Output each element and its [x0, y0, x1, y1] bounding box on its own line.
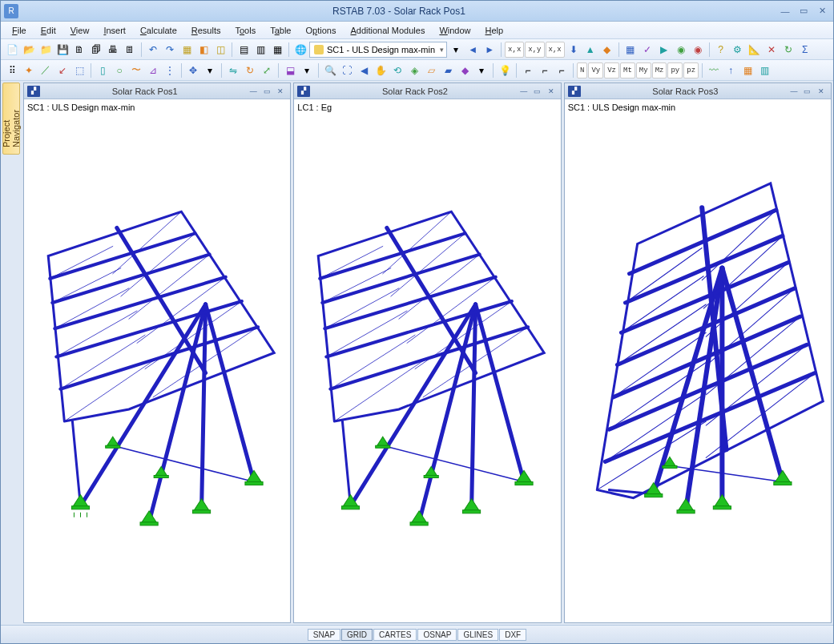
angle3-icon[interactable]: ⌐ [554, 62, 570, 78]
view-maximize-button[interactable]: ▭ [260, 86, 273, 97]
filter-xx-icon[interactable]: x,x [505, 42, 524, 58]
new-file-icon[interactable]: 📄 [4, 42, 20, 58]
material-icon[interactable]: ◆ [599, 42, 615, 58]
force-py-icon[interactable]: py [667, 62, 683, 78]
rotate3d-icon[interactable]: ⟲ [389, 62, 405, 78]
menu-options[interactable]: Options [299, 24, 342, 37]
project-navigator-tab[interactable]: Project Navigator [2, 83, 20, 155]
status-dxf[interactable]: DXF [499, 629, 526, 641]
force-pz-icon[interactable]: pz [683, 62, 699, 78]
set-icon[interactable]: ⬚ [71, 62, 87, 78]
filter-xy-icon[interactable]: x,y [525, 42, 544, 58]
tree-icon[interactable]: ▥ [252, 42, 268, 58]
help-icon[interactable]: ? [713, 42, 729, 58]
run-icon[interactable]: ▶ [656, 42, 672, 58]
wireframe-icon[interactable]: ▱ [423, 62, 439, 78]
force-vy-icon[interactable]: Vy [588, 62, 603, 78]
menu-edit[interactable]: Edit [34, 24, 62, 37]
copy-icon[interactable]: 🗐 [88, 42, 104, 58]
force-n-icon[interactable]: N [577, 62, 587, 78]
menu-tools[interactable]: Tools [228, 24, 262, 37]
div-icon[interactable]: ⋮ [162, 62, 178, 78]
dropdown4-icon[interactable]: ▾ [473, 62, 490, 78]
menu-insert[interactable]: Insert [97, 24, 132, 37]
member-icon[interactable]: ／ [38, 62, 54, 78]
list-icon[interactable]: ▤ [236, 42, 252, 58]
load-icon[interactable]: ⬇ [566, 42, 582, 58]
grid-icon[interactable]: ▦ [622, 42, 639, 58]
view-maximize-button[interactable]: ▭ [801, 86, 814, 97]
spring-icon[interactable]: 〜 [128, 62, 144, 78]
workplane-icon[interactable]: ◧ [195, 42, 212, 58]
angle2-icon[interactable]: ⌐ [537, 62, 553, 78]
result-icon[interactable]: ◉ [673, 42, 689, 58]
stop-icon[interactable]: ◉ [690, 42, 706, 58]
palette-icon[interactable]: ▥ [756, 62, 772, 78]
status-grid[interactable]: GRID [341, 629, 373, 641]
angle1-icon[interactable]: ⌐ [520, 62, 536, 78]
calc-all-icon[interactable]: Σ [797, 42, 813, 58]
view-canvas[interactable]: SC1 : ULS Design max-min [24, 99, 290, 622]
undo-icon[interactable]: ↶ [145, 42, 161, 58]
dropdown-icon[interactable]: ▾ [448, 42, 464, 58]
print-preview-icon[interactable]: 🗏 [122, 42, 138, 58]
open-recent-icon[interactable]: 📁 [38, 42, 54, 58]
view-canvas[interactable]: LC1 : Eg [294, 99, 560, 622]
table-icon[interactable]: ▦ [739, 62, 755, 78]
status-snap[interactable]: SNAP [308, 629, 340, 641]
view-close-button[interactable]: ✕ [274, 86, 287, 97]
pan-icon[interactable]: ✋ [373, 62, 389, 78]
cs-icon[interactable]: ▯ [95, 62, 111, 78]
view-minimize-button[interactable]: — [518, 86, 530, 97]
react-icon[interactable]: ↑ [723, 62, 739, 78]
new-view-icon[interactable]: ◫ [212, 42, 228, 58]
highlight-icon[interactable]: ▦ [179, 42, 195, 58]
save-as-icon[interactable]: 🗎 [71, 42, 87, 58]
axis-x-icon[interactable]: ✕ [763, 42, 780, 58]
deform-icon[interactable]: 〰 [706, 62, 722, 78]
ecc-icon[interactable]: ⊿ [145, 62, 161, 78]
menu-modules[interactable]: Additional Modules [344, 24, 431, 37]
status-cartes[interactable]: CARTES [373, 629, 417, 641]
solid-icon[interactable]: ▰ [440, 62, 456, 78]
menu-view[interactable]: View [64, 24, 96, 37]
force-mt-icon[interactable]: Mt [620, 62, 635, 78]
filter-xxt-icon[interactable]: x,x [546, 42, 565, 58]
menu-calculate[interactable]: Calculate [134, 24, 183, 37]
check-icon[interactable]: ✓ [639, 42, 655, 58]
dropdown2-icon[interactable]: ▾ [202, 62, 218, 78]
status-osnap[interactable]: OSNAP [417, 629, 457, 641]
support-icon[interactable]: ▲ [582, 42, 598, 58]
open-folder-icon[interactable]: 📂 [21, 42, 37, 58]
loadcase-combo[interactable]: SC1 - ULS Design max-min [309, 42, 447, 58]
render-icon[interactable]: ◆ [457, 62, 473, 78]
minimize-button[interactable]: — [777, 4, 793, 18]
rotate-icon[interactable]: ↻ [242, 62, 258, 78]
props-icon[interactable]: ▦ [269, 42, 285, 58]
zoom-all-icon[interactable]: ⛶ [339, 62, 355, 78]
zoom-win-icon[interactable]: 🔍 [322, 62, 338, 78]
status-glines[interactable]: GLINES [457, 629, 498, 641]
view-close-button[interactable]: ✕ [545, 86, 558, 97]
dropdown3-icon[interactable]: ▾ [299, 62, 315, 78]
node-icon[interactable]: ✦ [21, 62, 37, 78]
mirror-icon[interactable]: ⇋ [225, 62, 241, 78]
menu-file[interactable]: File [6, 24, 33, 37]
menu-help[interactable]: Help [479, 24, 510, 37]
globe-icon[interactable]: 🌐 [292, 42, 308, 58]
menu-table[interactable]: Table [264, 24, 297, 37]
member2-icon[interactable]: ↙ [54, 62, 71, 78]
view-maximize-button[interactable]: ▭ [531, 86, 544, 97]
close-button[interactable]: ✕ [814, 4, 830, 18]
measure-icon[interactable]: 📐 [747, 42, 763, 58]
view-close-button[interactable]: ✕ [815, 86, 828, 97]
iso-icon[interactable]: ◈ [406, 62, 422, 78]
force-vz-icon[interactable]: Vz [604, 62, 619, 78]
zoom-prev-icon[interactable]: ◀ [356, 62, 372, 78]
hinge-icon[interactable]: ○ [111, 62, 127, 78]
nav-next-icon[interactable]: ► [481, 42, 498, 58]
settings-icon[interactable]: ⚙ [730, 42, 746, 58]
force-my-icon[interactable]: My [636, 62, 651, 78]
view-minimize-button[interactable]: — [247, 86, 260, 97]
nav-prev-icon[interactable]: ◄ [465, 42, 481, 58]
